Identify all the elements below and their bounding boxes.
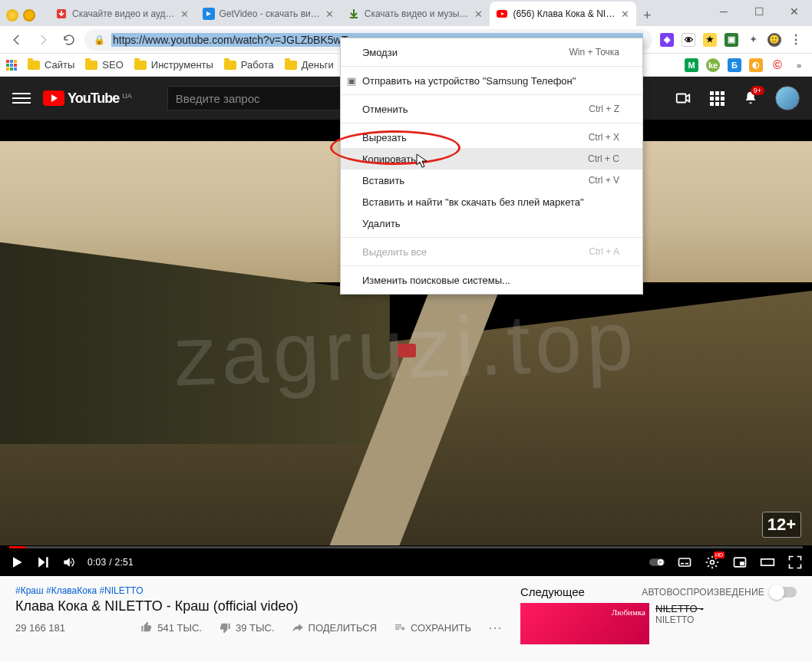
window-close[interactable]: ✕ [777, 0, 812, 23]
window-minimize[interactable]: ─ [706, 0, 741, 23]
window-maximize[interactable]: ☐ [741, 0, 777, 23]
bookmark-label: SEO [102, 59, 123, 71]
bookmark-folder[interactable]: SEO [85, 59, 123, 71]
extension-icon[interactable]: ▣ [725, 33, 738, 47]
extension-icon[interactable]: ★ [703, 33, 717, 47]
like-button[interactable]: 541 ТЫС. [140, 621, 202, 634]
extension-icon[interactable]: ◆ [660, 33, 674, 47]
ctx-cut[interactable]: ВырезатьCtrl + X [341, 127, 642, 148]
bookmark-icon[interactable]: ke [706, 58, 720, 72]
youtube-icon [43, 91, 64, 106]
subtitles-icon[interactable] [677, 555, 692, 570]
yt-apps-icon[interactable] [708, 89, 726, 107]
avatar[interactable] [775, 86, 800, 110]
bookmark-label: Сайты [45, 59, 74, 71]
ctx-paste-search[interactable]: Вставить и найти "вк скачать без плей ма… [341, 191, 642, 212]
miniplayer-icon[interactable] [732, 555, 748, 570]
taskbar-icon [6, 9, 18, 21]
bookmark-icon[interactable]: ◐ [749, 58, 763, 72]
view-count: 29 166 181 [15, 622, 65, 634]
svg-rect-12 [740, 562, 744, 565]
svg-rect-4 [677, 94, 686, 103]
ctx-paste[interactable]: ВставитьCtrl + V [341, 170, 642, 191]
bookmark-folder[interactable]: Инструменты [134, 59, 213, 71]
extension-icon[interactable]: 👁 [682, 33, 695, 47]
profile-icon[interactable]: 🙂 [767, 33, 781, 47]
nav-forward[interactable] [32, 29, 54, 51]
close-icon[interactable]: ✕ [325, 8, 335, 19]
browser-tab[interactable]: Скачайте видео и ауд… ✕ [49, 2, 196, 26]
autoplay-toggle-icon[interactable] [649, 555, 665, 570]
nav-reload[interactable] [58, 29, 80, 51]
close-icon[interactable]: ✕ [180, 8, 190, 19]
browser-tab[interactable]: GetVideo - скачать ви… ✕ [196, 2, 342, 26]
taskbar-icon [23, 9, 35, 21]
close-icon[interactable]: ✕ [473, 8, 484, 19]
site-icon [203, 8, 215, 20]
menu-icon[interactable]: ⋮ [789, 33, 803, 47]
like-count: 541 ТЫС. [157, 622, 202, 634]
tab-title: GetVideo - скачать ви… [220, 8, 320, 19]
share-button[interactable]: ПОДЕЛИТЬСЯ [292, 621, 377, 634]
bookmark-icon[interactable]: Б [728, 58, 741, 72]
yt-logo-text: YouTube [68, 91, 119, 107]
nav-back[interactable] [6, 29, 28, 51]
recommendation-channel: NILETTO [655, 614, 704, 625]
ctx-cast[interactable]: ▣Отправить на устройство "Samsung Телефо… [341, 70, 642, 91]
ctx-copy[interactable]: КопироватьCtrl + C [341, 148, 642, 170]
recommendation-item[interactable]: NILETTO - NILETTO [520, 603, 797, 644]
thumb-down-icon [219, 621, 231, 634]
dislike-button[interactable]: 39 ТЫС. [219, 621, 275, 634]
download-icon [55, 8, 68, 20]
folder-icon [224, 61, 236, 70]
video-title: Клава Кока & NILETTO - Краш (official vi… [15, 598, 502, 614]
notifications-icon[interactable]: 9+ [741, 89, 760, 107]
save-button[interactable]: СОХРАНИТЬ [394, 621, 471, 634]
theater-icon[interactable] [760, 555, 775, 570]
ctx-delete[interactable]: Удалить [341, 212, 642, 234]
context-menu: ЭмодзиWin + Точка ▣Отправить на устройст… [340, 38, 643, 295]
settings-icon[interactable]: HD [705, 555, 720, 570]
ctx-undo[interactable]: ОтменитьCtrl + Z [341, 98, 642, 120]
share-icon [292, 621, 304, 634]
extensions-icon[interactable]: ✦ [746, 33, 760, 47]
folder-icon [134, 61, 147, 70]
close-icon[interactable]: ✕ [619, 8, 630, 19]
folder-icon [85, 61, 97, 70]
notification-badge: 9+ [751, 86, 764, 95]
bookmark-folder[interactable]: Сайты [28, 59, 74, 71]
svg-rect-9 [685, 563, 688, 565]
bookmark-folder[interactable]: Деньги [285, 59, 334, 71]
autoplay-label: АВТОВОСПРОИЗВЕДЕНИЕ [642, 587, 764, 598]
svg-rect-13 [761, 559, 774, 565]
ctx-emoji[interactable]: ЭмодзиWin + Точка [341, 41, 642, 63]
svg-rect-2 [350, 17, 358, 18]
svg-rect-7 [679, 558, 691, 566]
ctx-select-all[interactable]: Выделить всеCtrl + A [341, 241, 642, 262]
dislike-count: 39 ТЫС. [236, 622, 275, 634]
volume-icon[interactable] [61, 555, 77, 570]
browser-tab[interactable]: Скачать видео и музы… ✕ [342, 2, 490, 26]
fullscreen-icon[interactable] [787, 555, 803, 570]
svg-rect-8 [681, 563, 684, 565]
play-icon[interactable] [9, 555, 25, 570]
create-icon[interactable] [674, 89, 692, 107]
more-button[interactable]: ⋯ [488, 619, 502, 636]
video-hashtags[interactable]: #Краш #КлаваКока #NILETTO [15, 585, 502, 596]
autoplay-toggle[interactable] [771, 587, 797, 598]
share-label: ПОДЕЛИТЬСЯ [309, 622, 377, 634]
yt-hamburger-icon[interactable] [12, 89, 31, 107]
youtube-icon [496, 8, 508, 20]
tab-title: (656) Клава Кока & NI… [513, 8, 615, 19]
next-icon[interactable] [35, 555, 51, 570]
yt-logo[interactable]: YouTube UA [43, 91, 132, 107]
browser-tab-active[interactable]: (656) Клава Кока & NI… ✕ [490, 2, 636, 26]
new-tab-button[interactable]: + [636, 5, 658, 26]
bookmarks-overflow[interactable]: » [792, 58, 806, 72]
bookmark-icon[interactable]: M [685, 58, 698, 72]
download-icon [348, 8, 360, 20]
ctx-search-engines[interactable]: Изменить поисковые системы... [341, 269, 642, 291]
bookmark-icon[interactable]: © [771, 58, 784, 72]
bookmark-folder[interactable]: Работа [224, 59, 274, 71]
apps-button[interactable] [6, 60, 17, 71]
